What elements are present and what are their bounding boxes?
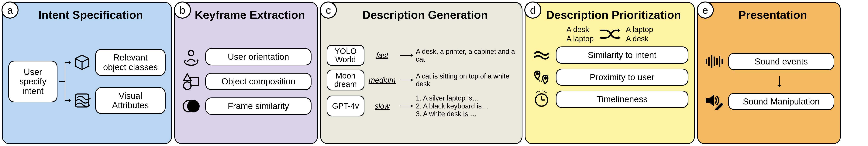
badge-b-label: b <box>180 4 185 16</box>
frame-similarity-icon <box>181 97 202 116</box>
gpt4v-output-text: 1. A silver laptop is… 2. A black keyboa… <box>416 94 516 118</box>
panel-presentation: e Presentation Sound events Sound Manipu… <box>697 2 841 144</box>
title-d: Description Prioritization <box>531 8 688 21</box>
shuffle-icon <box>599 27 620 42</box>
before-1: A desk <box>566 25 594 34</box>
proximity-icon <box>531 69 552 86</box>
similarity-to-intent-box: Similarity to intent <box>556 46 688 64</box>
title-a: Intent Specification <box>8 8 165 21</box>
badge-b: b <box>174 1 191 19</box>
model-yolo-box: YOLO World <box>327 45 365 66</box>
title-c: Description Generation <box>327 8 516 21</box>
svg-rect-10 <box>75 94 89 107</box>
badge-e: e <box>697 1 714 19</box>
svg-marker-41 <box>706 95 714 106</box>
panel-intent-specification: a Intent Specification User specify inte… <box>2 2 172 144</box>
waveform-icon <box>704 54 724 69</box>
badge-c-label: c <box>326 4 331 16</box>
object-composition-icon <box>181 72 202 91</box>
title-e: Presentation <box>704 8 834 21</box>
visual-attributes-box: Visual Attributes <box>95 87 165 114</box>
similarity-icon <box>531 49 552 61</box>
badge-a: a <box>1 1 19 19</box>
before-2: A laptop <box>566 34 594 43</box>
after-2: A desk <box>626 34 653 43</box>
branch-arrows <box>59 51 71 112</box>
speed-medium-label: medium <box>367 76 397 84</box>
relevant-object-classes-box: Relevant object classes <box>95 49 165 76</box>
cube-icon <box>72 54 92 71</box>
sound-manipulation-box: Sound Manipulation <box>728 93 834 110</box>
svg-marker-26 <box>618 28 620 32</box>
svg-line-7 <box>75 58 82 62</box>
after-1: A laptop <box>626 25 653 34</box>
arrow-down-icon <box>742 76 817 87</box>
clock-icon <box>531 91 552 108</box>
model-gpt4v-box: GPT-4v <box>327 96 365 116</box>
model-moondream-box: Moon dream <box>327 70 365 91</box>
svg-marker-25 <box>618 36 620 40</box>
badge-a-label: a <box>7 4 13 16</box>
title-b: Keyframe Extraction <box>181 8 311 21</box>
badge-d-label: d <box>530 4 536 16</box>
object-composition-box: Object composition <box>205 73 311 90</box>
reorder-example: A desk A laptop A laptop A desk <box>531 25 688 43</box>
svg-marker-3 <box>69 61 71 64</box>
svg-point-27 <box>536 73 538 75</box>
moondream-output-text: A cat is sitting on top of a white desk <box>416 72 516 88</box>
panel-description-prioritization: d Description Prioritization A desk A la… <box>525 2 695 144</box>
yolo-output-text: A desk, a printer, a cabinet and a cat <box>416 48 516 63</box>
arrow-icon <box>400 77 413 83</box>
svg-point-15 <box>184 82 191 90</box>
panel-keyframe-extraction: b Keyframe Extraction User orientation O… <box>174 2 318 144</box>
frame-similarity-box: Frame similarity <box>205 97 311 115</box>
badge-c: c <box>320 1 337 19</box>
svg-rect-14 <box>191 77 199 85</box>
svg-point-11 <box>188 50 194 56</box>
speed-fast-label: fast <box>367 51 397 60</box>
panel-description-generation: c Description Generation YOLO World fast… <box>320 2 523 144</box>
arrow-icon <box>400 52 413 58</box>
sound-events-box: Sound events <box>728 53 834 70</box>
speed-slow-label: slow <box>367 102 397 111</box>
texture-icon <box>72 92 92 109</box>
svg-marker-5 <box>69 99 71 102</box>
svg-marker-20 <box>411 54 413 57</box>
timeliness-box: Timelineness <box>556 91 688 108</box>
speaker-edit-icon <box>704 93 724 110</box>
user-intent-box: User specify intent <box>8 61 58 102</box>
split-arrow-icon <box>59 51 71 112</box>
user-orientation-box: User orientation <box>205 48 311 66</box>
proximity-to-user-box: Proximity to user <box>556 69 688 86</box>
svg-marker-24 <box>411 104 413 107</box>
badge-d: d <box>524 1 541 19</box>
user-orientation-icon <box>181 47 202 66</box>
badge-e-label: e <box>703 4 708 16</box>
svg-marker-22 <box>411 78 413 81</box>
svg-line-8 <box>82 58 89 62</box>
svg-point-28 <box>544 77 546 79</box>
svg-marker-13 <box>184 74 191 80</box>
arrow-icon <box>400 103 413 109</box>
svg-marker-40 <box>777 85 781 87</box>
